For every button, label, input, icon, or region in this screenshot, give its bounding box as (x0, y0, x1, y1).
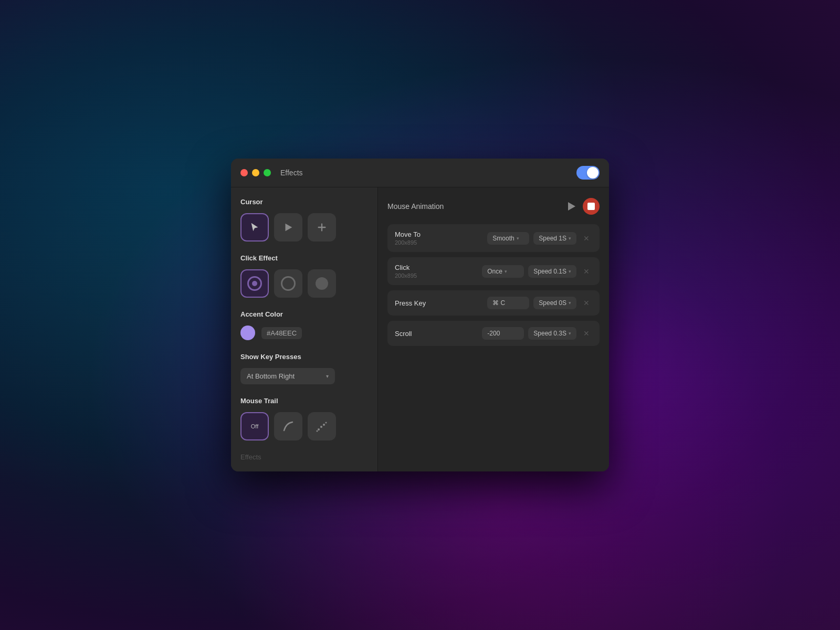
step-press-key-name: Press Key (395, 299, 442, 307)
mouse-trail-section: Mouse Trail Off (240, 397, 368, 440)
step-move-to-controls: Smooth ▾ Speed 1S ▾ ✕ (487, 232, 592, 245)
cursor-options (240, 213, 368, 242)
show-key-section: Show Key Presses At Bottom Right ▾ (240, 353, 368, 384)
move-to-type-value: Smooth (492, 235, 514, 242)
dots-trail-icon (314, 419, 329, 434)
show-key-title: Show Key Presses (240, 353, 368, 361)
click-close-button[interactable]: ✕ (581, 266, 592, 277)
move-to-close-button[interactable]: ✕ (581, 233, 592, 244)
stop-icon (587, 203, 595, 210)
chevron-down-icon: ▾ (569, 236, 571, 241)
chevron-down-icon: ▾ (517, 236, 519, 241)
press-key-speed-dropdown[interactable]: Speed 0S ▾ (533, 297, 576, 309)
show-key-value: At Bottom Right (247, 372, 295, 380)
right-panel-title: Mouse Animation (387, 202, 563, 211)
click-type-value: Once (487, 268, 502, 275)
effect-ring-button[interactable] (274, 269, 302, 298)
step-click-label-block: Click 200x895 (395, 264, 442, 279)
chevron-down-icon: ▾ (505, 269, 507, 274)
title-bar: Effects (231, 159, 609, 187)
cursor-section-title: Cursor (240, 198, 368, 206)
click-effect-title: Click Effect (240, 254, 368, 262)
effect-ring-fill-button[interactable] (240, 269, 269, 298)
curve-trail-icon (281, 419, 296, 434)
chevron-down-icon: ▾ (569, 269, 571, 274)
cursor-plus-button[interactable] (308, 213, 336, 242)
ring-outline-icon (281, 276, 296, 291)
svg-point-7 (317, 430, 318, 432)
step-move-to-label-block: Move To 200x895 (395, 230, 442, 246)
step-scroll-controls: -200 Speed 0.3S ▾ ✕ (482, 327, 592, 340)
svg-marker-0 (286, 224, 292, 232)
chevron-down-icon: ▾ (326, 373, 329, 379)
click-speed-dropdown[interactable]: Speed 0.1S ▾ (528, 265, 576, 278)
play-button[interactable] (563, 198, 580, 215)
click-speed-value: Speed 0.1S (533, 268, 566, 275)
close-button[interactable] (240, 169, 248, 176)
solid-icon (316, 277, 328, 290)
step-click-controls: Once ▾ Speed 0.1S ▾ ✕ (482, 265, 592, 278)
press-key-close-button[interactable]: ✕ (581, 297, 592, 309)
trail-dots-button[interactable] (308, 412, 336, 440)
svg-point-6 (326, 422, 327, 424)
accent-color-section: Accent Color #A48EEC (240, 310, 368, 340)
chevron-down-icon: ▾ (569, 331, 571, 336)
step-click-name: Click (395, 264, 442, 271)
step-move-to: Move To 200x895 Smooth ▾ Speed 1S ▾ ✕ (387, 224, 600, 252)
effects-bottom-label: Effects (240, 453, 368, 461)
move-to-speed-dropdown[interactable]: Speed 1S ▾ (533, 232, 576, 245)
scroll-speed-dropdown[interactable]: Speed 0.3S ▾ (528, 327, 576, 340)
cursor-arrow-button[interactable] (240, 213, 269, 242)
trail-curve-button[interactable] (274, 412, 302, 440)
right-header: Mouse Animation (387, 198, 600, 215)
minimize-button[interactable] (252, 169, 259, 176)
accent-color-row: #A48EEC (240, 326, 368, 340)
svg-point-3 (318, 428, 320, 430)
ring-fill-icon (247, 276, 262, 291)
svg-point-4 (320, 426, 322, 428)
left-panel: Cursor (231, 187, 378, 471)
accent-hex-label: #A48EEC (261, 327, 302, 339)
maximize-button[interactable] (264, 169, 271, 176)
move-to-speed-value: Speed 1S (539, 235, 566, 242)
app-window: Effects Cursor (231, 159, 609, 471)
accent-color-swatch[interactable] (240, 326, 255, 340)
trail-options: Off (240, 412, 368, 440)
stop-button[interactable] (583, 198, 600, 215)
move-to-type-dropdown[interactable]: Smooth ▾ (487, 232, 529, 245)
window-title: Effects (280, 169, 303, 177)
main-content: Cursor (231, 187, 609, 471)
play-triangle-icon (568, 202, 575, 211)
accent-color-title: Accent Color (240, 310, 368, 318)
cursor-play-button[interactable] (274, 213, 302, 242)
step-click: Click 200x895 Once ▾ Speed 0.1S ▾ ✕ (387, 257, 600, 285)
scroll-close-button[interactable]: ✕ (581, 328, 592, 339)
svg-point-5 (323, 424, 325, 426)
scroll-value-input[interactable]: -200 (482, 327, 524, 340)
step-press-key-controls: ⌘ C Speed 0S ▾ ✕ (487, 297, 592, 309)
click-effect-options (240, 269, 368, 298)
step-click-sub: 200x895 (395, 272, 442, 279)
step-press-key: Press Key ⌘ C Speed 0S ▾ ✕ (387, 290, 600, 316)
effect-solid-button[interactable] (308, 269, 336, 298)
press-key-speed-value: Speed 0S (539, 299, 566, 307)
effects-toggle[interactable] (576, 166, 600, 180)
chevron-down-icon: ▾ (569, 300, 571, 306)
trail-off-button[interactable]: Off (240, 412, 269, 440)
step-scroll-name: Scroll (395, 330, 442, 338)
step-move-to-sub: 200x895 (395, 239, 442, 246)
step-scroll: Scroll -200 Speed 0.3S ▾ ✕ (387, 321, 600, 346)
mouse-trail-title: Mouse Trail (240, 397, 368, 405)
traffic-lights (240, 169, 271, 176)
step-press-key-label-block: Press Key (395, 299, 442, 307)
scroll-speed-value: Speed 0.3S (533, 330, 566, 337)
press-key-input[interactable]: ⌘ C (487, 297, 529, 309)
step-scroll-label-block: Scroll (395, 330, 442, 338)
right-panel: Mouse Animation Move To 200x895 Smooth (378, 187, 609, 471)
trail-off-label: Off (251, 423, 258, 429)
step-move-to-name: Move To (395, 230, 442, 238)
show-key-dropdown[interactable]: At Bottom Right ▾ (240, 368, 335, 384)
click-type-dropdown[interactable]: Once ▾ (482, 265, 524, 278)
